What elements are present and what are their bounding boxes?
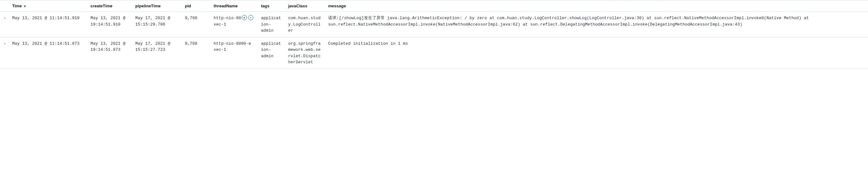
expand-row-icon[interactable]: ›: [3, 41, 6, 46]
table-row: › May 13, 2021 @ 11:14:51.873 May 13, 20…: [0, 37, 868, 69]
cell-threadName: http-nio-8080-e xec-1: [211, 37, 258, 69]
cell-javaClass: com.huan.study.LogController: [286, 12, 326, 37]
cell-time: May 13, 2021 @ 11:14:51.873: [9, 37, 88, 69]
cell-pid: 9,708: [182, 37, 211, 69]
table-row: › May 13, 2021 @ 11:14:51.910 May 13, 20…: [0, 12, 868, 37]
cell-tags: application-admin: [258, 37, 286, 69]
col-header-pipelineTime[interactable]: pipelineTime: [133, 0, 182, 12]
cell-time: May 13, 2021 @ 11:14:51.910: [9, 12, 88, 37]
cell-message: 请求:[/showLog]发生了异常 java.lang.ArithmeticE…: [326, 12, 868, 37]
cell-pipelineTime: May 17, 2021 @ 15:15:29.706: [133, 12, 182, 37]
cell-pid: 9,708: [182, 12, 211, 37]
cell-createTime: May 13, 2021 @ 19:14:51.910: [88, 12, 133, 37]
cell-javaClass: org.springframework.web.servlet.Dispatch…: [286, 37, 326, 69]
col-header-time-label: Time: [12, 3, 22, 8]
threadname-part1: http-nio-80: [214, 16, 241, 21]
cell-tags: application-admin: [258, 12, 286, 37]
table-header: Time ▾ createTime pipelineTime pid threa…: [0, 0, 868, 12]
log-table-container: Time ▾ createTime pipelineTime pid threa…: [0, 0, 868, 69]
col-header-message[interactable]: message: [326, 0, 868, 12]
table-body: › May 13, 2021 @ 11:14:51.910 May 13, 20…: [0, 12, 868, 69]
threadname-part2: xec-1: [214, 47, 226, 52]
col-header-tags[interactable]: tags: [258, 0, 286, 12]
col-header-threadName[interactable]: threadName: [211, 0, 258, 12]
log-table: Time ▾ createTime pipelineTime pid threa…: [0, 0, 868, 69]
col-header-javaClass[interactable]: javaClass: [286, 0, 326, 12]
threadname-part2: xec-1: [214, 22, 226, 27]
cell-message: Completed initialization in 1 ms: [326, 37, 868, 69]
sort-desc-icon: ▾: [24, 4, 26, 8]
filter-out-value-icon[interactable]: −: [248, 15, 253, 20]
col-header-time[interactable]: Time ▾: [9, 0, 88, 12]
cell-threadName: http-nio-80+− xec-1: [211, 12, 258, 37]
filter-icons-group: +−: [242, 15, 253, 20]
filter-for-value-icon[interactable]: +: [242, 15, 247, 20]
col-header-expand: [0, 0, 9, 12]
expand-row-icon[interactable]: ›: [3, 16, 6, 21]
cell-createTime: May 13, 2021 @ 19:14:51.873: [88, 37, 133, 69]
cell-pipelineTime: May 17, 2021 @ 15:15:27.723: [133, 37, 182, 69]
col-header-pid[interactable]: pid: [182, 0, 211, 12]
col-header-createTime[interactable]: createTime: [88, 0, 133, 12]
threadname-part1: http-nio-8080-e: [214, 41, 251, 46]
